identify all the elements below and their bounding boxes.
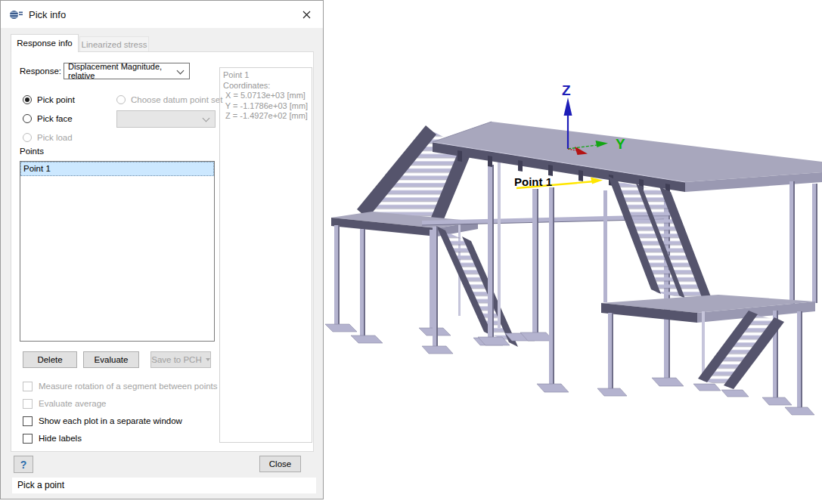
- point-annotation: Point 1: [514, 175, 603, 188]
- tab-response-info[interactable]: Response info: [11, 34, 79, 52]
- delete-button[interactable]: Delete: [23, 351, 77, 368]
- chevron-down-icon: [203, 115, 210, 122]
- separate-window-label: Show each plot in a separate window: [39, 416, 182, 425]
- pick-load-label: Pick load: [37, 133, 73, 142]
- mid-platform: [325, 212, 478, 343]
- middle-staircase: [436, 226, 535, 347]
- hide-labels-label: Hide labels: [39, 434, 82, 443]
- dialog-titlebar: Pick info: [1, 1, 323, 28]
- response-label: Response:: [20, 66, 61, 76]
- 3d-viewport[interactable]: Z Y Point 1: [325, 0, 822, 504]
- z-axis-label: Z: [562, 82, 571, 98]
- separate-window-checkbox[interactable]: [23, 416, 33, 426]
- choose-datum-point-set-radio: [116, 95, 126, 104]
- tab-linearized-stress[interactable]: Linearized stress: [79, 36, 149, 52]
- points-list[interactable]: Point 1: [20, 161, 215, 342]
- close-button[interactable]: Close: [259, 456, 301, 472]
- info-z-coordinate: Z = -1.4927e+02 [mm]: [223, 111, 309, 122]
- choose-datum-point-set-label: Choose datum point set: [131, 95, 222, 104]
- pick-load-radio: [23, 133, 32, 142]
- save-to-pch-label: Save to PCH: [151, 355, 201, 364]
- pick-info-dialog: Pick info Response info Linearized stres…: [0, 0, 324, 499]
- pick-face-radio[interactable]: [23, 114, 32, 123]
- measure-rotation-checkbox: [23, 382, 33, 391]
- pick-face-label: Pick face: [37, 114, 73, 123]
- point-annotation-label: Point 1: [514, 175, 552, 188]
- help-button[interactable]: ?: [14, 456, 33, 473]
- response-info-panel: Response: Displacement Magnitude, relati…: [11, 51, 314, 452]
- dialog-title: Pick info: [29, 9, 66, 20]
- datum-point-set-dropdown: [116, 110, 216, 128]
- evaluate-button[interactable]: Evaluate: [83, 351, 139, 368]
- response-value: Displacement Magnitude, relative: [68, 62, 189, 80]
- info-y-coordinate: Y = -1.1786e+03 [mm]: [223, 101, 309, 112]
- evaluate-average-label: Evaluate average: [39, 399, 107, 408]
- close-icon[interactable]: [298, 6, 315, 23]
- response-dropdown[interactable]: Displacement Magnitude, relative: [64, 63, 190, 79]
- evaluate-average-checkbox: [23, 399, 33, 409]
- y-axis-label: Y: [616, 136, 625, 152]
- status-bar: Pick a point: [12, 478, 316, 493]
- info-point-name: Point 1: [223, 70, 309, 81]
- under-platform-staircase: [693, 311, 784, 397]
- info-x-coordinate: X = 5.0713e+03 [mm]: [223, 91, 309, 101]
- lower-platform: [597, 295, 815, 415]
- list-item[interactable]: Point 1: [20, 162, 214, 176]
- save-to-pch-button: Save to PCH: [150, 351, 211, 368]
- steel-structure: [325, 122, 822, 415]
- info-coordinates-label: Coordinates:: [223, 81, 309, 91]
- measure-rotation-label: Measure rotation of a segment between po…: [39, 382, 218, 391]
- z-axis-arrowhead: [564, 97, 572, 116]
- pick-info-icon: [9, 9, 23, 20]
- points-label: Points: [20, 147, 44, 156]
- pick-point-radio[interactable]: [23, 95, 32, 104]
- right-staircase: [608, 176, 714, 305]
- point-info-panel: Point 1 Coordinates: X = 5.0713e+03 [mm]…: [219, 67, 312, 443]
- hide-labels-checkbox[interactable]: [23, 434, 33, 444]
- pick-point-label: Pick point: [37, 95, 75, 104]
- menu-arrow-icon: [206, 358, 210, 361]
